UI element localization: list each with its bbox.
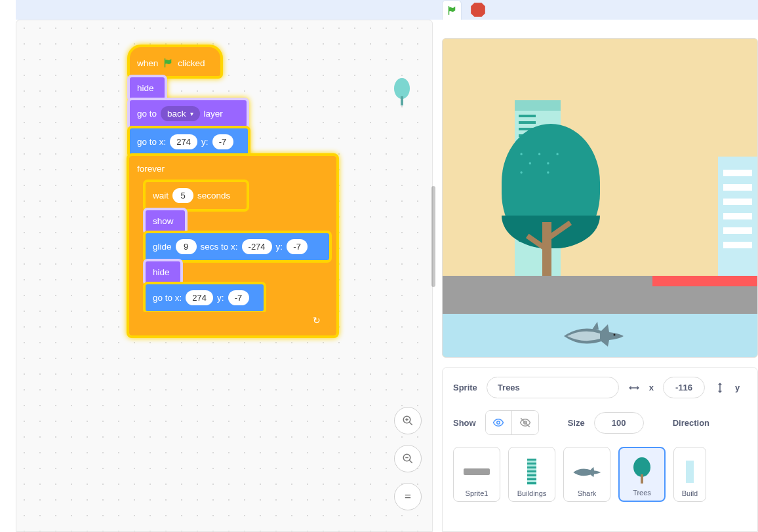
gotoxy2-prefix: go to x: bbox=[153, 293, 182, 303]
y-arrows-icon bbox=[714, 382, 726, 394]
loop-arrow-icon: ↻ bbox=[313, 315, 321, 326]
zoom-out-icon bbox=[402, 453, 414, 465]
layer-dropdown[interactable]: back bbox=[161, 106, 200, 121]
x-arrows-icon bbox=[628, 382, 640, 394]
sprite-card-buildings[interactable]: Buildings bbox=[508, 447, 555, 502]
stop-button[interactable] bbox=[468, 0, 488, 20]
y-label: y bbox=[735, 383, 740, 392]
sprite-card-shark[interactable]: Shark bbox=[563, 447, 610, 502]
buildings-name: Buildings bbox=[517, 489, 547, 497]
gotoxy2-mid: y: bbox=[217, 293, 224, 303]
show-visible-button[interactable] bbox=[486, 411, 512, 434]
eye-icon bbox=[492, 417, 504, 428]
gotoxy-mid: y: bbox=[201, 137, 209, 147]
block-hide[interactable]: hide bbox=[129, 77, 165, 100]
show-label: Show bbox=[453, 418, 476, 428]
show-text: show bbox=[153, 216, 174, 226]
block-stack[interactable]: when clicked hide go to back layer go to… bbox=[129, 47, 336, 335]
sprite-name-input[interactable] bbox=[487, 377, 619, 398]
wait-prefix: wait bbox=[153, 191, 169, 200]
trees-name: Trees bbox=[633, 489, 651, 497]
shark-thumb bbox=[570, 457, 603, 487]
glide-mid2: y: bbox=[276, 242, 283, 252]
equals-icon: = bbox=[405, 490, 411, 503]
svg-line-8 bbox=[409, 460, 412, 463]
sprite-list: Sprite1 Buildings Shark Trees Build bbox=[453, 447, 747, 502]
block-wait[interactable]: wait 5 seconds bbox=[145, 181, 247, 210]
gotoxy-prefix: go to x: bbox=[137, 137, 166, 147]
svg-point-1 bbox=[394, 78, 410, 99]
stage[interactable]: • • • • •• • bbox=[442, 38, 758, 358]
forever-inner: wait 5 seconds show glide 9 secs to x: -… bbox=[145, 181, 330, 312]
zoom-in-button[interactable] bbox=[394, 407, 422, 434]
size-label: Size bbox=[568, 418, 585, 428]
top-bar bbox=[16, 0, 758, 20]
sprite-card-build[interactable]: Build bbox=[673, 447, 706, 502]
block-show[interactable]: show bbox=[145, 210, 186, 233]
sprite-card-trees[interactable]: Trees bbox=[618, 447, 666, 502]
goto-layer-prefix: go to bbox=[137, 109, 157, 119]
build-name: Build bbox=[682, 489, 698, 497]
stop-icon bbox=[469, 1, 487, 18]
forever-label: forever bbox=[136, 162, 330, 181]
sprite1-name: Sprite1 bbox=[466, 489, 489, 497]
block-forever[interactable]: forever wait 5 seconds show glide 9 secs… bbox=[129, 156, 336, 335]
block-glide[interactable]: glide 9 secs to x: -274 y: -7 bbox=[145, 233, 330, 261]
stage-tree-sprite[interactable]: • • • • •• • bbox=[502, 124, 600, 288]
block-go-to-xy-2[interactable]: go to x: 274 y: -7 bbox=[145, 284, 264, 312]
green-flag-icon bbox=[446, 5, 458, 16]
scrollbar-thumb[interactable] bbox=[431, 186, 435, 287]
wait-secs-input[interactable]: 5 bbox=[172, 188, 193, 203]
glide-y-input[interactable]: -7 bbox=[287, 239, 308, 254]
block-go-to-xy[interactable]: go to x: 274 y: -7 bbox=[129, 128, 249, 156]
stage-shark-sprite[interactable] bbox=[561, 322, 626, 348]
stage-controls bbox=[442, 0, 488, 20]
hat-clicked-text: clicked bbox=[178, 58, 205, 68]
block-when-flag-clicked[interactable]: when clicked bbox=[129, 47, 221, 77]
gotoxy2-y-input[interactable]: -7 bbox=[228, 290, 249, 305]
stage-redline bbox=[652, 276, 757, 286]
zoom-in-icon bbox=[402, 415, 414, 427]
shark-name: Shark bbox=[578, 489, 597, 497]
gotoxy2-x-input[interactable]: 274 bbox=[186, 290, 213, 305]
build-thumb bbox=[673, 457, 706, 487]
sprite1-thumb bbox=[460, 457, 493, 487]
svg-line-4 bbox=[409, 422, 412, 425]
sprite-thumbnail-workspace bbox=[393, 78, 411, 107]
glide-mid1: secs to x: bbox=[201, 242, 238, 252]
layer-dropdown-value: back bbox=[167, 109, 186, 119]
hide2-text: hide bbox=[153, 267, 170, 277]
block-go-to-layer[interactable]: go to back layer bbox=[129, 100, 247, 128]
sprite-size-input[interactable] bbox=[594, 412, 644, 434]
sprite-x-input[interactable] bbox=[663, 377, 705, 398]
gotoxy-y-input[interactable]: -7 bbox=[212, 134, 233, 149]
show-hidden-button[interactable] bbox=[512, 411, 538, 434]
block-hide-2[interactable]: hide bbox=[145, 261, 181, 284]
wait-suffix: seconds bbox=[197, 191, 230, 200]
sprite-card-sprite1[interactable]: Sprite1 bbox=[453, 447, 500, 502]
glide-prefix: glide bbox=[153, 242, 172, 252]
zoom-controls: = bbox=[394, 407, 422, 510]
svg-point-11 bbox=[614, 334, 616, 336]
code-workspace[interactable]: when clicked hide go to back layer go to… bbox=[16, 20, 433, 532]
svg-point-14 bbox=[497, 421, 500, 425]
glide-x-input[interactable]: -274 bbox=[242, 239, 272, 254]
forever-bottom-arm: ↻ bbox=[136, 312, 330, 329]
svg-rect-2 bbox=[401, 96, 403, 105]
svg-marker-0 bbox=[471, 3, 485, 17]
green-flag-button[interactable] bbox=[442, 0, 462, 20]
visibility-toggle bbox=[485, 410, 539, 435]
eye-off-icon bbox=[519, 417, 531, 428]
svg-marker-10 bbox=[592, 322, 599, 330]
glide-secs-input[interactable]: 9 bbox=[176, 239, 197, 254]
trees-thumb bbox=[626, 456, 658, 486]
hat-when-text: when bbox=[137, 58, 158, 68]
svg-point-17 bbox=[633, 457, 650, 477]
svg-rect-18 bbox=[641, 474, 643, 484]
buildings-thumb bbox=[515, 457, 548, 487]
gotoxy-x-input[interactable]: 274 bbox=[170, 134, 197, 149]
zoom-out-button[interactable] bbox=[394, 445, 422, 472]
zoom-reset-button[interactable]: = bbox=[394, 483, 422, 510]
x-label: x bbox=[649, 383, 654, 392]
sprite-label: Sprite bbox=[453, 383, 477, 392]
